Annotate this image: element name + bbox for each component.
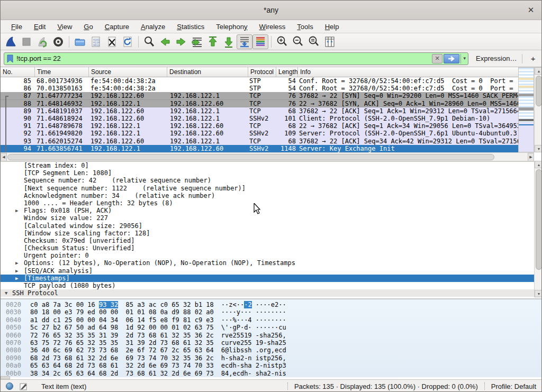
menu-view[interactable]: View xyxy=(52,21,77,32)
open-file-icon[interactable] xyxy=(72,34,88,49)
close-icon[interactable]: ✕ xyxy=(526,5,536,15)
restart-capture-icon[interactable] xyxy=(34,34,50,49)
packet-row[interactable]: 9371.662015274192.168.122.60192.168.122.… xyxy=(1,138,518,145)
hex-row[interactable]: 009068 2d 73 68 61 32 2d 6e 69 73 74 70 … xyxy=(1,354,542,362)
packet-row[interactable]: 8871.648146932192.168.122.1192.168.122.6… xyxy=(1,100,518,107)
details-scrollbar[interactable]: ▲ ▼ xyxy=(534,161,542,297)
filter-history-dropdown-icon[interactable]: ▼ xyxy=(460,54,468,63)
menu-file[interactable]: File xyxy=(6,21,28,32)
scrollbar-thumb[interactable] xyxy=(7,154,494,160)
packet-row[interactable]: 9271.661949820192.168.122.1192.168.122.6… xyxy=(1,130,518,137)
packet-row[interactable]: 8568.001734936fe:54:00:d4:38:2aSTP54Conf… xyxy=(1,77,518,85)
detail-line[interactable]: ▶SSH Version 2 (encryption:chacha20-poly… xyxy=(1,297,534,297)
detail-line[interactable]: ▶[Timestamps] xyxy=(1,275,534,282)
hex-row[interactable]: 0020c0 a8 7a 3c 00 16 93 32 85 a3 ac c0 … xyxy=(1,301,542,308)
resize-columns-icon[interactable] xyxy=(322,34,338,49)
hex-row[interactable]: 00505c 27 b2 67 50 ad 64 98 1d 92 00 00 … xyxy=(1,324,542,331)
expanded-arrow-icon[interactable]: ▼ xyxy=(5,289,7,297)
packet-minimap[interactable] xyxy=(518,67,534,152)
zoom-out-icon[interactable] xyxy=(290,34,306,49)
expert-info-icon[interactable] xyxy=(6,382,13,390)
go-last-packet-icon[interactable] xyxy=(221,34,237,49)
packet-list-header[interactable]: No.TimeSourceDestinationProtocolLengthIn… xyxy=(1,67,534,77)
hex-row[interactable]: 00b038 34 2c 65 63 64 68 2d 73 68 61 32 … xyxy=(1,370,542,377)
column-header-time[interactable]: Time xyxy=(35,67,89,77)
menu-tools[interactable]: Tools xyxy=(292,21,318,32)
detail-line[interactable]: [Checksum Status: Unverified] xyxy=(1,244,534,252)
save-file-icon[interactable]: 010101100011 xyxy=(88,34,104,49)
capture-options-icon[interactable] xyxy=(50,34,66,49)
go-to-packet-icon[interactable] xyxy=(189,34,205,49)
column-header-info[interactable]: Info xyxy=(298,67,534,77)
hex-row[interactable]: 007063 75 72 76 65 32 35 35 31 39 2d 73 … xyxy=(1,339,542,347)
colorize-packets-icon[interactable] xyxy=(252,34,268,49)
start-capture-icon[interactable] xyxy=(3,34,19,49)
go-forward-icon[interactable] xyxy=(173,34,189,49)
column-header-src[interactable]: Source xyxy=(89,67,167,77)
scroll-up-icon[interactable]: ▲ xyxy=(535,161,542,168)
collapsed-arrow-icon[interactable]: ▶ xyxy=(15,207,18,214)
title-bar[interactable]: *any ✕ xyxy=(1,1,541,20)
go-back-icon[interactable] xyxy=(157,34,173,49)
detail-line[interactable]: [Stream index: 0] xyxy=(1,162,534,169)
detail-line[interactable]: Window size value: 227 xyxy=(1,214,534,222)
packet-row[interactable]: 8971.648191037192.168.122.60192.168.122.… xyxy=(1,107,518,115)
detail-line[interactable]: Sequence number: 42 (relative sequence n… xyxy=(1,177,534,184)
detail-line[interactable]: ▶Options: (12 bytes), No-Operation (NOP)… xyxy=(1,259,534,267)
add-filter-button[interactable]: + xyxy=(528,54,538,63)
bookmark-icon[interactable] xyxy=(7,54,13,63)
find-packet-icon[interactable] xyxy=(141,34,157,49)
detail-line[interactable]: ▶Flags: 0x018 (PSH, ACK) xyxy=(1,207,534,214)
close-file-icon[interactable] xyxy=(104,34,120,49)
collapsed-arrow-icon[interactable]: ▶ xyxy=(15,267,18,275)
clear-filter-icon[interactable]: ✕ xyxy=(432,54,442,63)
detail-line[interactable]: [Next sequence number: 1122 (relative se… xyxy=(1,185,534,192)
detail-line[interactable]: [Window size scaling factor: 128] xyxy=(1,230,534,237)
scroll-left-icon[interactable]: ◀ xyxy=(1,153,7,161)
scrollbar-thumb[interactable] xyxy=(536,169,542,270)
detail-line[interactable]: [Calculated window size: 29056] xyxy=(1,222,534,230)
auto-scroll-icon[interactable] xyxy=(237,34,252,49)
apply-filter-icon[interactable] xyxy=(444,54,459,63)
detail-line[interactable]: Acknowledgment number: 34 (relative ack … xyxy=(1,192,534,199)
menu-capture[interactable]: Capture xyxy=(100,21,134,32)
menu-analyze[interactable]: Analyze xyxy=(136,21,170,32)
scroll-right-icon[interactable]: ▶ xyxy=(528,153,534,161)
detail-line[interactable]: ▶[SEQ/ACK analysis] xyxy=(1,267,534,275)
packet-row[interactable]: 9071.648618924192.168.122.60192.168.122.… xyxy=(1,115,518,122)
scroll-down-icon[interactable]: ▼ xyxy=(535,145,542,152)
detail-line[interactable]: Checksum: 0x79ed [unverified] xyxy=(1,237,534,244)
packet-list-hscrollbar[interactable]: ◀ ▶ xyxy=(1,152,534,161)
zoom-reset-icon[interactable] xyxy=(306,34,322,49)
detail-line[interactable]: [TCP Segment Len: 1080] xyxy=(1,169,534,177)
display-filter-input[interactable]: !tcp.port == 22 ✕ ▼ xyxy=(4,52,468,65)
column-header-dst[interactable]: Destination xyxy=(167,67,248,77)
collapsed-arrow-icon[interactable]: ▶ xyxy=(15,275,18,282)
scrollbar-thumb[interactable] xyxy=(536,76,542,106)
menu-telephony[interactable]: Telephony xyxy=(211,21,252,32)
hex-row[interactable]: 003080 18 00 e3 79 ed 00 00 01 01 08 0a … xyxy=(1,308,542,316)
profile-status[interactable]: Profile: Default xyxy=(491,382,536,390)
packet-row[interactable]: 8771.647777234192.168.122.60192.168.122.… xyxy=(1,92,518,99)
collapsed-arrow-icon[interactable]: ▶ xyxy=(15,259,18,267)
scroll-down-icon[interactable]: ▼ xyxy=(535,290,542,297)
column-header-len[interactable]: Length xyxy=(276,67,298,77)
menu-help[interactable]: Help xyxy=(320,21,345,32)
menu-wireless[interactable]: Wireless xyxy=(254,21,291,32)
go-first-packet-icon[interactable] xyxy=(205,34,221,49)
detail-line[interactable]: ▼SSH Protocol xyxy=(1,289,534,297)
hex-row[interactable]: 00a065 63 64 68 2d 73 68 61 32 2d 6e 69 … xyxy=(1,362,542,369)
detail-line[interactable]: 1000 .... = Header Length: 32 bytes (8) xyxy=(1,199,534,207)
column-header-no[interactable]: No. xyxy=(1,67,35,77)
hex-row[interactable]: 0040a1 dd c1 25 00 00 04 34 06 14 f5 e8 … xyxy=(1,316,542,324)
packet-list-scrollbar[interactable]: ▲ ▼ xyxy=(534,67,542,152)
capture-comment-icon[interactable] xyxy=(20,382,28,390)
expression-button[interactable]: Expression… xyxy=(476,54,517,62)
detail-line[interactable]: TCP payload (1080 bytes) xyxy=(1,282,534,289)
hex-row[interactable]: 006072 76 65 32 35 35 31 39 2d 73 68 61 … xyxy=(1,332,542,339)
scroll-up-icon[interactable]: ▲ xyxy=(535,67,542,75)
reload-file-icon[interactable] xyxy=(120,34,136,49)
stop-capture-icon[interactable] xyxy=(19,34,34,49)
hex-row[interactable]: 008036 40 6c 69 62 73 73 68 2e 6f 72 67 … xyxy=(1,347,542,354)
column-header-proto[interactable]: Protocol xyxy=(248,67,276,77)
